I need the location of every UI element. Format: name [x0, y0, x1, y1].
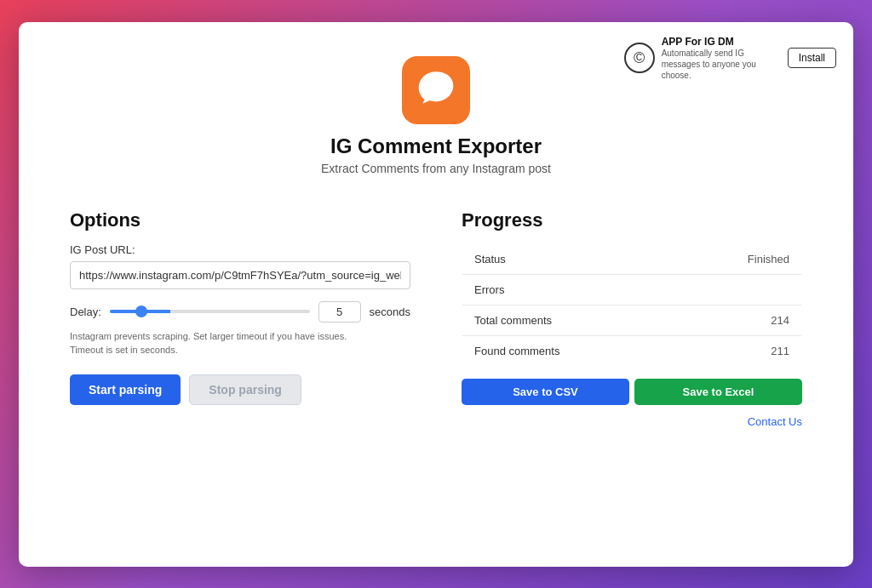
main-content: Options IG Post URL: Delay: seconds Inst…: [53, 209, 819, 428]
progress-row-value: 214: [674, 305, 802, 335]
start-button[interactable]: Start parsing: [70, 374, 181, 405]
progress-row: Errors: [462, 274, 802, 305]
url-input[interactable]: [70, 261, 410, 289]
progress-row-value: [674, 274, 802, 305]
action-buttons: Start parsing Stop parsing: [70, 374, 410, 405]
delay-slider[interactable]: [110, 310, 310, 313]
progress-panel: Progress StatusFinishedErrorsTotal comme…: [462, 209, 802, 428]
progress-row-value: 211: [674, 335, 802, 366]
progress-row: Total comments214: [462, 305, 802, 335]
delay-value-input[interactable]: [318, 301, 361, 323]
progress-row-label: Found comments: [462, 335, 674, 366]
ad-title: APP For IG DM: [662, 36, 781, 48]
delay-unit: seconds: [370, 305, 410, 318]
save-buttons: Save to CSV Save to Excel: [462, 379, 802, 405]
ad-text: APP For IG DM Automatically send IG mess…: [662, 36, 781, 81]
contact-link[interactable]: Contact Us: [462, 415, 802, 428]
progress-table: StatusFinishedErrorsTotal comments214Fou…: [462, 243, 802, 367]
ad-icon: ©: [624, 43, 655, 73]
save-csv-button[interactable]: Save to CSV: [462, 379, 629, 405]
progress-row-value: Finished: [674, 243, 802, 274]
download-icon: [415, 69, 457, 111]
options-panel: Options IG Post URL: Delay: seconds Inst…: [70, 209, 410, 405]
progress-title: Progress: [462, 209, 802, 231]
stop-button: Stop parsing: [189, 374, 301, 405]
app-window: © APP For IG DM Automatically send IG me…: [19, 22, 853, 567]
app-logo: [402, 56, 470, 124]
install-button[interactable]: Install: [788, 48, 836, 68]
delay-row: Delay: seconds: [70, 301, 410, 323]
progress-row: Found comments211: [462, 335, 802, 366]
app-title: IG Comment Exporter: [330, 134, 542, 158]
url-label: IG Post URL:: [70, 243, 410, 256]
options-title: Options: [70, 209, 410, 231]
ad-banner: © APP For IG DM Automatically send IG me…: [624, 36, 836, 81]
hint-text: Instagram prevents scraping. Set larger …: [70, 329, 359, 357]
progress-row-label: Total comments: [462, 305, 674, 335]
app-subtitle: Extract Comments from any Instagram post: [321, 162, 551, 175]
progress-row-label: Status: [462, 243, 674, 274]
svg-rect-0: [429, 93, 443, 94]
progress-row: StatusFinished: [462, 243, 802, 274]
delay-label: Delay:: [70, 305, 101, 318]
save-excel-button[interactable]: Save to Excel: [634, 379, 802, 405]
progress-row-label: Errors: [462, 274, 674, 305]
ad-subtitle: Automatically send IG messages to anyone…: [662, 48, 781, 81]
